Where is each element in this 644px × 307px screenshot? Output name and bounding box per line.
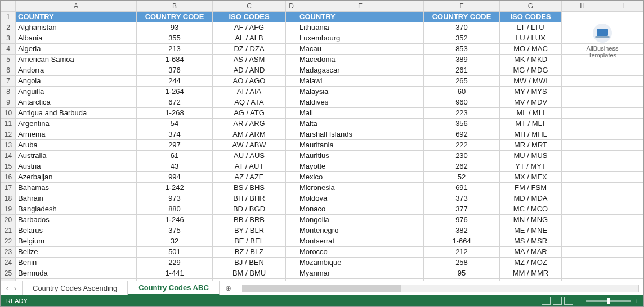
cell[interactable]: 377 — [424, 204, 500, 215]
row-heading[interactable]: 18 — [1, 193, 16, 204]
cell[interactable]: 672 — [137, 97, 213, 108]
cell[interactable]: Malta — [297, 119, 424, 129]
cell[interactable]: 1-441 — [137, 268, 213, 279]
cell[interactable]: 973 — [137, 193, 213, 204]
cell[interactable]: Morocco — [297, 247, 424, 258]
row-heading[interactable]: 24 — [1, 258, 16, 268]
cell[interactable]: 222 — [424, 140, 500, 151]
cell[interactable] — [286, 225, 297, 236]
col-heading-D[interactable]: D — [286, 1, 297, 12]
cell[interactable]: Malaysia — [297, 87, 424, 97]
cell[interactable]: Belize — [16, 247, 137, 258]
cell[interactable]: Andorra — [16, 65, 137, 76]
cell[interactable]: Antigua and Barbuda — [16, 108, 137, 119]
cell[interactable]: Bahrain — [16, 193, 137, 204]
cell[interactable] — [603, 215, 644, 225]
cell[interactable] — [286, 236, 297, 247]
row-heading[interactable]: 3 — [1, 33, 16, 44]
horizontal-scrollbar[interactable] — [238, 281, 643, 295]
cell[interactable] — [603, 119, 644, 129]
row-heading[interactable]: 2 — [1, 22, 16, 33]
cell[interactable] — [562, 140, 603, 151]
cell[interactable]: FM / FSM — [500, 183, 562, 193]
cell[interactable] — [286, 268, 297, 279]
cell[interactable]: Luxembourg — [297, 33, 424, 44]
row-heading[interactable]: 19 — [1, 204, 16, 215]
zoom-in-button[interactable]: + — [634, 297, 638, 304]
cell[interactable] — [286, 140, 297, 151]
cell[interactable]: Marshall Islands — [297, 129, 424, 140]
cell[interactable]: BM / BMU — [213, 268, 286, 279]
cell[interactable]: 976 — [424, 215, 500, 225]
cell[interactable]: Belarus — [16, 225, 137, 236]
cell[interactable]: MD / MDA — [500, 193, 562, 204]
cell[interactable]: MU / MUS — [500, 151, 562, 161]
cell[interactable] — [286, 108, 297, 119]
row-heading[interactable]: 11 — [1, 119, 16, 129]
cell[interactable]: BE / BEL — [213, 236, 286, 247]
cell[interactable]: 32 — [137, 236, 213, 247]
sheet-tab[interactable]: Country Codes ABC — [128, 281, 219, 295]
tab-nav-next-icon[interactable]: › — [14, 285, 16, 292]
cell[interactable] — [603, 193, 644, 204]
cell[interactable] — [603, 65, 644, 76]
row-heading[interactable]: 17 — [1, 183, 16, 193]
cell[interactable]: Montenegro — [297, 225, 424, 236]
cell[interactable]: 374 — [137, 129, 213, 140]
cell[interactable]: 261 — [424, 65, 500, 76]
cell[interactable]: MT / MLT — [500, 119, 562, 129]
row-heading[interactable]: 25 — [1, 268, 16, 279]
cell[interactable] — [286, 258, 297, 268]
cell[interactable] — [562, 97, 603, 108]
cell[interactable]: American Samoa — [16, 55, 137, 65]
cell[interactable] — [603, 172, 644, 183]
cell[interactable]: 1-264 — [137, 87, 213, 97]
cell[interactable]: AD / AND — [213, 65, 286, 76]
cell[interactable]: Mayotte — [297, 161, 424, 172]
cell[interactable] — [286, 183, 297, 193]
cell[interactable]: Argentina — [16, 119, 137, 129]
cell[interactable]: Mexico — [297, 172, 424, 183]
cell[interactable]: Micronesia — [297, 183, 424, 193]
worksheet-grid[interactable]: A B C D E F G H I 1COUNTRYCOUNTRY CODEIS… — [1, 1, 643, 281]
cell[interactable]: MY / MYS — [500, 87, 562, 97]
row-heading[interactable]: 13 — [1, 140, 16, 151]
zoom-out-button[interactable]: − — [579, 297, 582, 304]
cell[interactable]: MS / MSR — [500, 236, 562, 247]
cell[interactable]: AL / ALB — [213, 33, 286, 44]
cell[interactable]: Bahamas — [16, 183, 137, 193]
cell[interactable] — [603, 76, 644, 87]
cell[interactable] — [562, 193, 603, 204]
cell[interactable]: 265 — [424, 76, 500, 87]
cell[interactable]: 244 — [137, 76, 213, 87]
col-heading-A[interactable]: A — [16, 1, 137, 12]
cell[interactable]: 229 — [137, 258, 213, 268]
cell[interactable] — [562, 236, 603, 247]
cell[interactable]: MK / MKD — [500, 55, 562, 65]
cell[interactable]: Macau — [297, 44, 424, 55]
cell[interactable] — [286, 161, 297, 172]
cell[interactable]: Algeria — [16, 44, 137, 55]
cell[interactable] — [286, 119, 297, 129]
cell[interactable]: 1-242 — [137, 183, 213, 193]
cell[interactable]: Austria — [16, 161, 137, 172]
row-heading[interactable]: 6 — [1, 65, 16, 76]
cell[interactable] — [603, 258, 644, 268]
cell[interactable] — [603, 129, 644, 140]
cell[interactable]: 54 — [137, 119, 213, 129]
cell[interactable]: AM / ARM — [213, 129, 286, 140]
cell[interactable]: 352 — [424, 33, 500, 44]
cell[interactable]: Afghanistan — [16, 22, 137, 33]
cell[interactable]: AS / ASM — [213, 55, 286, 65]
cell[interactable]: LT / LTU — [500, 22, 562, 33]
cell[interactable]: AF / AFG — [213, 22, 286, 33]
cell[interactable]: 258 — [424, 258, 500, 268]
cell[interactable]: 230 — [424, 151, 500, 161]
cell[interactable] — [603, 247, 644, 258]
cell[interactable]: Mauritius — [297, 151, 424, 161]
cell[interactable]: Monaco — [297, 204, 424, 215]
cell[interactable] — [603, 151, 644, 161]
cell[interactable] — [562, 258, 603, 268]
cell[interactable]: 994 — [137, 172, 213, 183]
cell[interactable]: Madagascar — [297, 65, 424, 76]
